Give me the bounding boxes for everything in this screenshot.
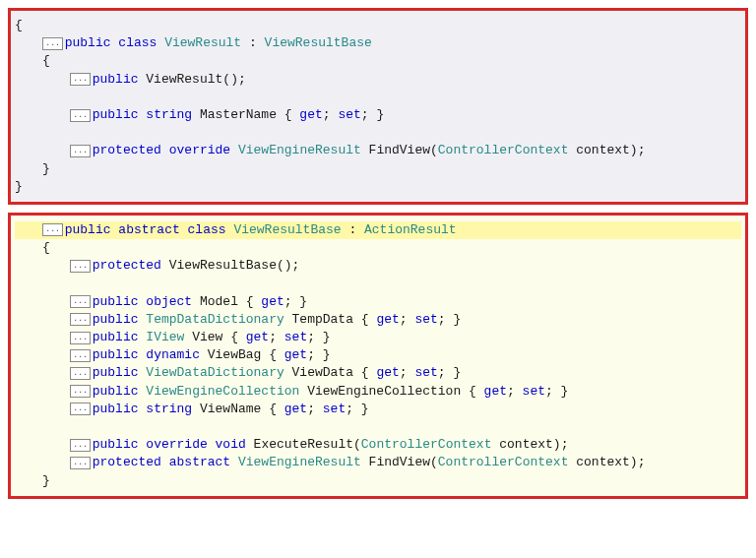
- text: ; }: [438, 364, 461, 382]
- collapse-icon[interactable]: ...: [70, 403, 91, 415]
- keyword: public: [93, 346, 139, 364]
- keyword: get: [376, 364, 399, 382]
- code-line: ... public ViewEngineCollection ViewEngi…: [15, 383, 741, 401]
- collapse-icon[interactable]: ...: [70, 332, 91, 344]
- code-line: ... public object Model { get ; }: [15, 293, 741, 311]
- code-line: ... public TempDataDictionary TempData {…: [15, 311, 741, 329]
- collapse-icon[interactable]: ...: [70, 457, 91, 469]
- type-name: TempDataDictionary: [146, 311, 284, 329]
- code-line: }: [15, 178, 741, 196]
- collapse-icon[interactable]: ...: [70, 109, 91, 122]
- keyword: object: [146, 293, 192, 311]
- code-line: ... public override void ExecuteResult( …: [15, 436, 741, 454]
- keyword: void: [216, 436, 246, 454]
- brace: }: [42, 472, 50, 490]
- code-line: ... public IView View { get ; set ; }: [15, 329, 741, 346]
- keyword: override: [169, 142, 230, 159]
- collapse-icon[interactable]: ...: [70, 295, 91, 308]
- keyword: protected: [93, 454, 161, 471]
- keyword: public: [93, 311, 139, 329]
- type-name: ActionResult: [364, 221, 457, 239]
- keyword: abstract: [118, 221, 179, 239]
- collapse-icon[interactable]: ...: [70, 313, 91, 326]
- code-line: ... protected ViewResultBase();: [15, 257, 741, 275]
- type-name: ControllerContext: [438, 454, 569, 471]
- text: MasterName {: [192, 106, 299, 124]
- text: FindView(: [361, 454, 438, 471]
- collapse-icon[interactable]: ...: [70, 73, 91, 86]
- text: ViewResult();: [139, 71, 246, 89]
- text: context);: [568, 454, 645, 471]
- keyword: get: [246, 329, 269, 346]
- keyword: public: [93, 436, 139, 454]
- keyword: public: [93, 401, 139, 418]
- code-line: ... public string ViewName { get ; set ;…: [15, 401, 741, 418]
- text: ; }: [307, 346, 330, 364]
- text: ViewData {: [284, 364, 377, 382]
- brace: }: [15, 178, 23, 196]
- text: context);: [568, 142, 645, 159]
- keyword: class: [118, 34, 157, 52]
- keyword: set: [323, 401, 346, 418]
- text: ViewEngineCollection {: [299, 383, 483, 401]
- keyword: class: [188, 221, 226, 239]
- code-panel-viewresultbase: ... public abstract class ViewResultBase…: [8, 213, 748, 499]
- type-name: ViewResultBase: [233, 221, 341, 239]
- keyword: get: [376, 311, 399, 329]
- keyword: protected: [93, 257, 161, 275]
- collapse-icon[interactable]: ...: [70, 385, 91, 398]
- text: ; }: [284, 293, 307, 311]
- type-name: ControllerContext: [438, 142, 569, 159]
- text: :: [342, 221, 364, 239]
- keyword: dynamic: [146, 346, 200, 364]
- type-name: ViewDataDictionary: [146, 364, 284, 382]
- keyword: public: [93, 383, 139, 401]
- keyword: public: [93, 106, 139, 124]
- text: ;: [507, 383, 523, 401]
- keyword: get: [484, 383, 507, 401]
- collapse-icon[interactable]: ...: [70, 367, 91, 380]
- blank-line: [15, 418, 741, 436]
- collapse-icon[interactable]: ...: [70, 145, 91, 157]
- type-name: ViewResultBase: [265, 34, 372, 52]
- text: ; }: [438, 311, 461, 329]
- collapse-icon[interactable]: ...: [42, 223, 63, 236]
- code-line: ... protected override ViewEngineResult …: [15, 142, 741, 159]
- text: TempData {: [284, 311, 377, 329]
- code-line: ... public ViewDataDictionary ViewData {…: [15, 364, 741, 382]
- keyword: abstract: [169, 454, 230, 471]
- brace: {: [42, 239, 50, 257]
- code-line: ... protected abstract ViewEngineResult …: [15, 454, 741, 471]
- text: ViewResultBase();: [161, 257, 299, 275]
- type-name: ViewEngineCollection: [146, 383, 299, 401]
- collapse-icon[interactable]: ...: [70, 349, 91, 362]
- text: ; }: [545, 383, 568, 401]
- keyword: set: [414, 364, 437, 382]
- text: ; }: [361, 106, 384, 124]
- text: ; }: [307, 329, 330, 346]
- keyword: set: [284, 329, 307, 346]
- blank-line: [15, 275, 741, 292]
- collapse-icon[interactable]: ...: [42, 37, 63, 50]
- keyword: public: [65, 221, 111, 239]
- code-line: ... public dynamic ViewBag { get ; }: [15, 346, 741, 364]
- type-name: ViewEngineResult: [238, 142, 361, 159]
- type-name: ViewEngineResult: [238, 454, 361, 471]
- keyword: set: [338, 106, 360, 124]
- collapse-icon[interactable]: ...: [70, 439, 91, 452]
- keyword: get: [284, 346, 307, 364]
- keyword: public: [93, 364, 139, 382]
- text: View {: [184, 329, 245, 346]
- blank-line: [15, 124, 741, 142]
- type-name: ControllerContext: [361, 436, 492, 454]
- keyword: public: [93, 71, 139, 89]
- blank-line: [15, 89, 741, 106]
- text: ;: [269, 329, 284, 346]
- code-line: {: [15, 17, 741, 34]
- text: :: [241, 34, 264, 52]
- code-line: ... public class ViewResult : ViewResult…: [15, 34, 741, 52]
- text: ViewName {: [192, 401, 284, 418]
- code-line: }: [15, 160, 741, 178]
- collapse-icon[interactable]: ...: [70, 260, 91, 273]
- text: ; }: [346, 401, 368, 418]
